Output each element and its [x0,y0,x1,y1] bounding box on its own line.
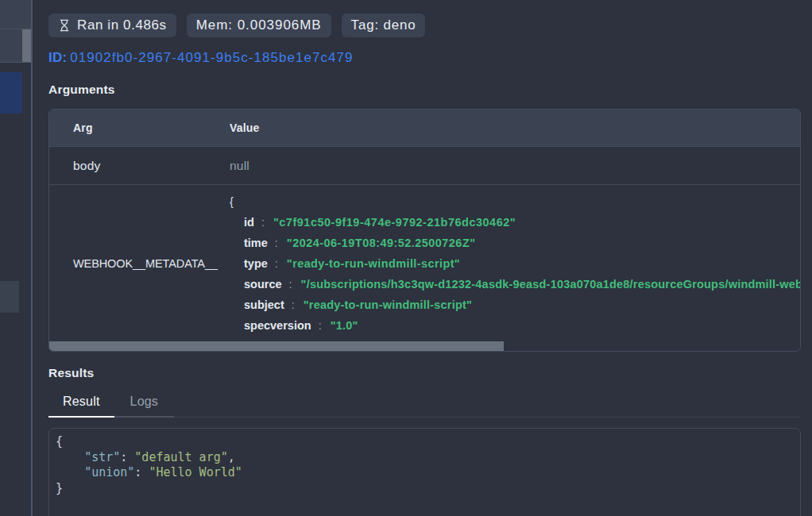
arg-column-header: Arg [49,121,220,134]
run-memory-badge: Mem: 0.003906MB [187,13,331,37]
arg-name-webhook-metadata: WEBHOOK__METADATA__ [49,257,220,270]
run-detail-main: Ran in 0.486s Mem: 0.003906MB Tag: deno … [33,0,812,516]
value-column-header: Value [220,121,800,134]
run-stat-badges: Ran in 0.486s Mem: 0.003906MB Tag: deno [48,13,801,37]
object-value: "c7f91c50-9f19-474e-9792-21b76dc30462" [273,216,516,229]
table-row: WEBHOOK__METADATA__ { id:"c7f91c50-9f19-… [49,185,800,341]
object-value: "1.0" [331,319,358,332]
code-close-brace: } [56,481,63,495]
left-panel-scrollbar-thumb[interactable] [22,29,31,62]
code-comma: , [228,450,235,464]
run-id-label: ID: [48,50,67,65]
results-title: Results [48,366,801,380]
code-string-value: "Hello World" [149,465,242,479]
object-value: "ready-to-run-windmill-script" [304,298,472,311]
run-id-line: ID:01902fb0-2967-4091-9b5c-185be1e7c479 [48,50,801,65]
arg-name-body: body [49,159,220,173]
code-separator: : [120,450,134,464]
run-duration-badge: Ran in 0.486s [48,13,176,37]
run-tag-label: Tag: deno [351,17,416,33]
left-panel-card-top [0,0,31,29]
result-json-code: { "str": "default arg", "union": "Hello … [56,434,794,497]
result-json-block: { "str": "default arg", "union": "Hello … [48,428,801,516]
object-separator: : [319,319,322,332]
arguments-table-header: Arg Value [49,110,800,147]
run-id-link[interactable]: 01902fb0-2967-4091-9b5c-185be1e7c479 [70,50,353,65]
object-key: id [244,216,254,229]
arguments-title: Arguments [48,83,801,97]
results-tabbar: Result Logs [48,393,801,418]
arg-value-webhook-metadata: { id:"c7f91c50-9f19-474e-9792-21b76dc304… [220,185,800,341]
object-separator: : [261,216,265,229]
left-panel-item[interactable] [0,281,19,313]
left-panel-selected-item[interactable] [0,72,22,114]
code-indent [56,465,84,479]
object-separator: : [275,237,278,249]
table-row: body null [49,147,800,185]
object-key: subject [244,298,284,311]
object-entry-source: source:"/subscriptions/h3c3qw-d1232-4asd… [230,274,800,295]
code-key: "union" [84,465,134,479]
object-value: "/subscriptions/h3c3qw-d1232-4asdk-9easd… [301,278,800,291]
object-viewer: { id:"c7f91c50-9f19-474e-9792-21b76dc304… [230,185,800,341]
code-key: "str" [84,450,120,464]
code-indent [56,450,84,464]
arg-value-body: null [220,159,800,173]
run-duration-label: Ran in 0.486s [77,17,167,33]
object-entry-specversion: specversion:"1.0" [230,315,800,336]
object-separator: : [289,278,292,291]
run-memory-label: Mem: 0.003906MB [196,17,322,33]
tab-result[interactable]: Result [48,393,114,418]
object-key: time [244,237,268,249]
object-value: "2024-06-19T08:49:52.2500726Z" [287,237,476,249]
tab-logs[interactable]: Logs [114,393,175,418]
object-key: type [244,257,268,270]
object-separator: : [292,298,295,311]
object-separator: : [275,257,278,270]
object-value: "ready-to-run-windmill-script" [287,257,460,270]
code-string-value: "default arg" [134,450,227,464]
code-separator: : [134,465,149,479]
arguments-table: Arg Value body null WEBHOOK__METADATA__ … [48,109,801,352]
object-entry-time: time:"2024-06-19T08:49:52.2500726Z" [230,233,800,253]
object-entry-subject: subject:"ready-to-run-windmill-script" [230,295,800,315]
object-key: source [244,278,282,291]
hourglass-icon [58,19,71,32]
table-horizontal-scrollbar-thumb[interactable] [49,341,504,351]
object-entry-id: id:"c7f91c50-9f19-474e-9792-21b76dc30462… [230,212,800,233]
run-tag-badge: Tag: deno [342,13,426,37]
object-key: specversion [244,319,311,332]
left-panel [0,0,33,516]
table-horizontal-scrollbar [49,341,800,351]
object-open-brace: { [230,191,800,212]
code-open-brace: { [56,434,63,449]
object-entry-type: type:"ready-to-run-windmill-script" [230,253,800,274]
run-detail-page: Ran in 0.486s Mem: 0.003906MB Tag: deno … [0,0,812,516]
